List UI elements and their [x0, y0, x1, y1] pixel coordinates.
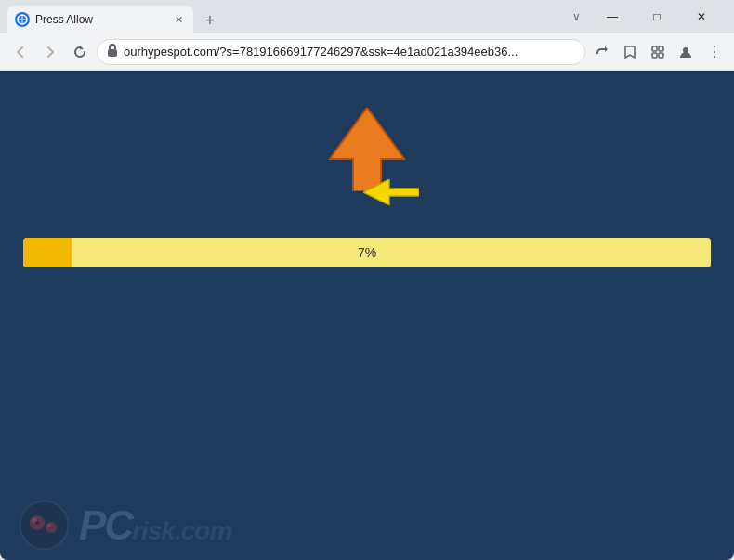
toolbar: ourhypespot.com/?s=781916669177246297&ss…: [0, 33, 734, 71]
progress-container: 7%: [23, 238, 711, 267]
progress-label: 7%: [358, 245, 376, 260]
back-button[interactable]: [7, 39, 33, 65]
svg-rect-3: [108, 49, 117, 57]
tab-strip: Press Allow ✕ +: [7, 0, 563, 33]
title-bar: Press Allow ✕ + ∨ — □ ✕: [0, 0, 734, 33]
watermark-text: PC risk.com: [79, 502, 231, 549]
refresh-button[interactable]: [67, 39, 93, 65]
tab-title: Press Allow: [35, 13, 165, 26]
profile-icon[interactable]: [673, 39, 699, 65]
arrow-area: [311, 108, 423, 210]
svg-rect-7: [659, 53, 663, 58]
browser-window: Press Allow ✕ + ∨ — □ ✕ ourhypespot.co: [0, 0, 734, 560]
minimize-button[interactable]: —: [591, 3, 634, 31]
svg-point-14: [35, 521, 39, 525]
window-controls: ∨ — □ ✕: [563, 3, 727, 31]
lock-icon: [107, 44, 118, 59]
share-icon[interactable]: [589, 39, 615, 65]
svg-point-16: [47, 524, 51, 527]
new-tab-button[interactable]: +: [197, 7, 223, 33]
close-button[interactable]: ✕: [680, 3, 723, 31]
url-text: ourhypespot.com/?s=781916669177246297&ss…: [124, 45, 575, 59]
progress-bar-fill: [23, 238, 72, 267]
extensions-icon[interactable]: [645, 39, 671, 65]
menu-icon[interactable]: ⋮: [701, 39, 727, 65]
pcrisk-logo-icon: [19, 500, 70, 551]
page-content: 7% PC risk.com: [0, 71, 734, 560]
toolbar-actions: ⋮: [589, 39, 727, 65]
forward-button[interactable]: [37, 39, 63, 65]
svg-marker-10: [363, 179, 419, 205]
svg-point-15: [46, 522, 57, 533]
progress-bar-background: 7%: [23, 238, 711, 267]
tab-favicon: [15, 12, 30, 27]
watermark: PC risk.com: [19, 500, 231, 551]
active-tab[interactable]: Press Allow ✕: [7, 6, 193, 33]
svg-rect-4: [652, 46, 657, 51]
address-bar[interactable]: ourhypespot.com/?s=781916669177246297&ss…: [97, 39, 585, 65]
svg-rect-6: [652, 53, 657, 58]
bookmark-icon[interactable]: [617, 39, 643, 65]
tab-close-button[interactable]: ✕: [171, 12, 186, 27]
svg-rect-5: [659, 46, 663, 51]
maximize-button[interactable]: □: [636, 3, 678, 31]
left-arrow-icon: [363, 179, 419, 205]
chrome-chevron-button[interactable]: ∨: [563, 4, 589, 30]
